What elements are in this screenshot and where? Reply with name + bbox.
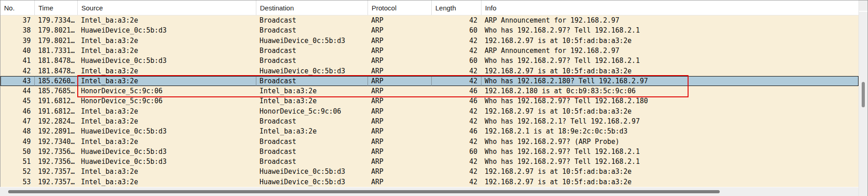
cell-destination[interactable]: HuaweiDevice_0c:5b:d3 [256,167,368,177]
column-header-destination[interactable]: Destination [256,0,368,15]
cell-info[interactable]: Who has 192.168.2.97? Tell 192.168.2.1 [481,157,859,167]
cell-protocol[interactable]: ARP [368,167,431,177]
cell-length[interactable]: 60 [431,56,481,66]
packet-list[interactable]: 37179.7334…Intel_ba:a3:2eBroadcastARP42A… [0,15,859,187]
cell-no[interactable]: 52 [0,167,34,177]
cell-destination[interactable]: Broadcast [256,116,368,126]
cell-info[interactable]: 192.168.2.97 is at 10:5f:ad:ba:a3:2e [481,177,859,187]
cell-time[interactable]: 192.7357… [34,167,77,177]
cell-length[interactable]: 42 [431,76,481,86]
packet-row-47[interactable]: 47192.2824…Intel_ba:a3:2eBroadcastARP42W… [0,116,859,126]
packet-row-38[interactable]: 38179.8021…HuaweiDevice_0c:5b:d3Broadcas… [0,25,859,35]
cell-no[interactable]: 40 [0,46,34,56]
cell-destination[interactable]: Intel_ba:a3:2e [256,126,368,136]
cell-time[interactable]: 185.6260… [34,76,77,86]
cell-destination[interactable]: HonorDevice_5c:9c:06 [256,106,368,116]
cell-info[interactable]: 192.168.2.97 is at 10:5f:ad:ba:a3:2e [481,167,859,177]
cell-no[interactable]: 49 [0,136,34,146]
cell-protocol[interactable]: ARP [368,56,431,66]
cell-length[interactable]: 42 [431,157,481,167]
cell-info[interactable]: 192.168.2.1 is at 18:9e:2c:0c:5b:d3 [481,126,859,136]
cell-source[interactable]: Intel_ba:a3:2e [77,66,256,76]
column-header-info[interactable]: Info [481,0,859,15]
column-header-no[interactable]: No. [0,0,34,15]
cell-no[interactable]: 46 [0,106,34,116]
cell-destination[interactable]: HuaweiDevice_0c:5b:d3 [256,177,368,187]
cell-destination[interactable]: Intel_ba:a3:2e [256,96,368,106]
cell-info[interactable]: Who has 192.168.2.97? Tell 192.168.2.1 [481,147,859,157]
cell-length[interactable]: 42 [431,136,481,146]
packet-row-46[interactable]: 46191.6812…Intel_ba:a3:2eHonorDevice_5c:… [0,106,859,116]
packet-row-51[interactable]: 51192.7356…HuaweiDevice_0c:5b:d3Broadcas… [0,157,859,167]
cell-protocol[interactable]: ARP [368,136,431,146]
cell-no[interactable]: 48 [0,126,34,136]
cell-info[interactable]: ARP Announcement for 192.168.2.97 [481,46,859,56]
packet-row-52[interactable]: 52192.7357…Intel_ba:a3:2eHuaweiDevice_0c… [0,167,859,177]
cell-no[interactable]: 42 [0,66,34,76]
cell-source[interactable]: Intel_ba:a3:2e [77,76,256,86]
cell-no[interactable]: 50 [0,147,34,157]
cell-destination[interactable]: HuaweiDevice_0c:5b:d3 [256,66,368,76]
cell-info[interactable]: 192.168.2.97 is at 10:5f:ad:ba:a3:2e [481,106,859,116]
cell-no[interactable]: 47 [0,116,34,126]
cell-time[interactable]: 179.8021… [34,36,77,46]
cell-no[interactable]: 37 [0,15,34,25]
cell-info[interactable]: 192.168.2.180 is at 0c:b9:83:5c:9c:06 [481,86,859,96]
cell-source[interactable]: Intel_ba:a3:2e [77,46,256,56]
column-header-source[interactable]: Source [77,0,256,15]
cell-protocol[interactable]: ARP [368,76,431,86]
cell-source[interactable]: Intel_ba:a3:2e [77,167,256,177]
horizontal-scrollbar-thumb[interactable] [8,190,720,193]
cell-time[interactable]: 192.7340… [34,136,77,146]
packet-row-50[interactable]: 50192.7356…HuaweiDevice_0c:5b:d3Broadcas… [0,147,859,157]
cell-time[interactable]: 192.7356… [34,147,77,157]
cell-no[interactable]: 51 [0,157,34,167]
cell-destination[interactable]: Broadcast [256,157,368,167]
cell-protocol[interactable]: ARP [368,86,431,96]
packet-row-49[interactable]: 49192.7340…Intel_ba:a3:2eBroadcastARP42W… [0,136,859,146]
cell-length[interactable]: 60 [431,25,481,35]
cell-destination[interactable]: Broadcast [256,147,368,157]
cell-time[interactable]: 181.7331… [34,46,77,56]
cell-time[interactable]: 185.7685… [34,86,77,96]
cell-time[interactable]: 192.2824… [34,116,77,126]
cell-time[interactable]: 191.6812… [34,106,77,116]
horizontal-scrollbar[interactable] [0,187,859,196]
cell-time[interactable]: 179.8021… [34,25,77,35]
cell-protocol[interactable]: ARP [368,96,431,106]
cell-time[interactable]: 192.7356… [34,157,77,167]
cell-info[interactable]: Who has 192.168.2.97? Tell 192.168.2.180 [481,96,859,106]
cell-protocol[interactable]: ARP [368,46,431,56]
cell-destination[interactable]: Broadcast [256,56,368,66]
cell-time[interactable]: 192.7357… [34,177,77,187]
cell-destination[interactable]: Broadcast [256,46,368,56]
cell-time[interactable]: 192.2891… [34,126,77,136]
cell-time[interactable]: 191.6812… [34,96,77,106]
cell-info[interactable]: Who has 192.168.2.180? Tell 192.168.2.97 [481,76,859,86]
cell-info[interactable]: ARP Announcement for 192.168.2.97 [481,15,859,25]
cell-no[interactable]: 39 [0,36,34,46]
cell-source[interactable]: Intel_ba:a3:2e [77,116,256,126]
packet-row-37[interactable]: 37179.7334…Intel_ba:a3:2eBroadcastARP42A… [0,15,859,25]
cell-destination[interactable]: HuaweiDevice_0c:5b:d3 [256,36,368,46]
packet-row-48[interactable]: 48192.2891…HuaweiDevice_0c:5b:d3Intel_ba… [0,126,859,136]
cell-source[interactable]: HuaweiDevice_0c:5b:d3 [77,56,256,66]
cell-protocol[interactable]: ARP [368,157,431,167]
packet-row-53[interactable]: 53192.7357…Intel_ba:a3:2eHuaweiDevice_0c… [0,177,859,187]
cell-source[interactable]: Intel_ba:a3:2e [77,136,256,146]
cell-source[interactable]: HuaweiDevice_0c:5b:d3 [77,126,256,136]
packet-row-42[interactable]: 42181.8478…Intel_ba:a3:2eHuaweiDevice_0c… [0,66,859,76]
cell-length[interactable]: 46 [431,126,481,136]
cell-destination[interactable]: Broadcast [256,15,368,25]
cell-protocol[interactable]: ARP [368,177,431,187]
cell-info[interactable]: Who has 192.168.2.97? (ARP Probe) [481,136,859,146]
cell-time[interactable]: 179.7334… [34,15,77,25]
cell-length[interactable]: 42 [431,177,481,187]
cell-time[interactable]: 181.8478… [34,66,77,76]
cell-length[interactable]: 42 [431,66,481,76]
cell-info[interactable]: Who has 192.168.2.97? Tell 192.168.2.1 [481,25,859,35]
cell-source[interactable]: HonorDevice_5c:9c:06 [77,86,256,96]
packet-row-41[interactable]: 41181.8478…HuaweiDevice_0c:5b:d3Broadcas… [0,56,859,66]
cell-length[interactable]: 42 [431,116,481,126]
cell-length[interactable]: 42 [431,15,481,25]
